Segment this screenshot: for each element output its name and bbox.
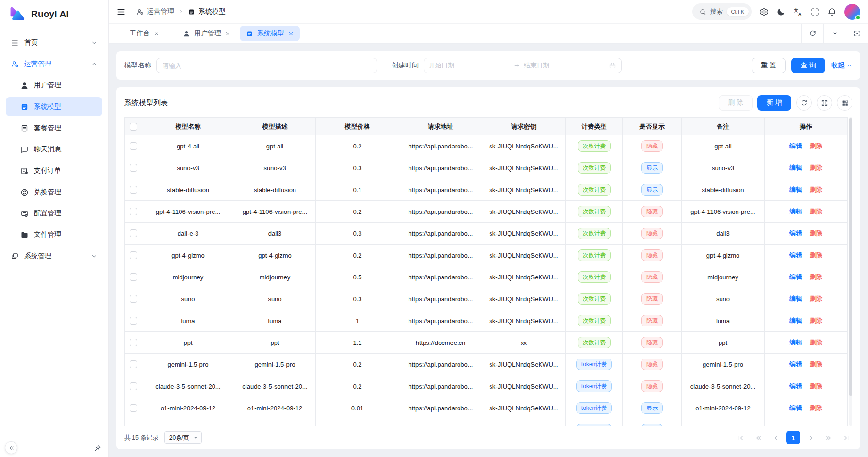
row-checkbox[interactable] [130,404,137,412]
delete-button[interactable]: 删 除 [719,95,753,111]
page-size-select[interactable]: 20条/页 [164,431,202,444]
breadcrumb-item-system-model[interactable]: 系统模型 [188,7,226,16]
edit-link[interactable]: 编辑 [789,317,802,324]
row-checkbox[interactable] [130,229,137,237]
edit-link[interactable]: 编辑 [789,229,802,237]
delete-link[interactable]: 删除 [810,360,822,368]
next-page-button[interactable] [804,431,818,444]
row-checkbox[interactable] [130,186,137,194]
pin-icon[interactable] [94,444,101,452]
calendar-icon [609,62,616,69]
add-button[interactable]: 新 增 [757,95,791,111]
last-page-button[interactable] [839,431,852,444]
sidebar-item-system-manage[interactable]: 系统管理 [6,246,102,266]
notification-bell-icon[interactable] [827,7,836,16]
next-group-button[interactable] [821,431,835,444]
content-fullscreen-button[interactable] [846,24,868,43]
tab-item-2[interactable]: 系统模型 [240,26,300,41]
request-key: sk-JIUQLNndqSeKWU... [482,288,566,310]
delete-link[interactable]: 删除 [810,186,822,193]
row-checkbox[interactable] [130,208,137,215]
fullscreen-icon[interactable] [810,7,819,16]
edit-link[interactable]: 编辑 [789,186,802,193]
edit-link[interactable]: 编辑 [789,382,802,390]
sidebar-item-pay-order[interactable]: 支付订单 [6,161,102,180]
dark-mode-moon-icon[interactable] [776,7,786,16]
brand[interactable]: Ruoyi AI [0,0,108,28]
close-icon[interactable] [154,31,159,36]
tab-options-button[interactable] [823,24,846,43]
edit-link[interactable]: 编辑 [789,360,802,368]
visibility-tag: 隐藏 [641,380,663,392]
column-settings-button[interactable] [837,95,852,111]
user-avatar[interactable] [844,4,860,20]
model-name-input[interactable] [156,58,377,73]
edit-link[interactable]: 编辑 [789,273,802,280]
settings-gear-icon[interactable] [759,7,769,16]
edit-link[interactable]: 编辑 [789,251,802,259]
edit-link[interactable]: 编辑 [789,404,802,411]
delete-link[interactable]: 删除 [810,317,822,324]
row-checkbox[interactable] [130,251,137,259]
language-translate-icon[interactable]: 文A [793,7,802,16]
row-checkbox[interactable] [130,273,137,281]
sidebar-item-user-manage[interactable]: 用户管理 [6,76,102,95]
model-price: 1 [316,310,399,332]
sidebar-item-exchange-manage[interactable]: 兑换管理 [6,182,102,202]
global-search[interactable]: 搜索 Ctrl K [692,3,752,20]
delete-link[interactable]: 删除 [810,164,822,171]
first-page-button[interactable] [734,431,748,444]
close-icon[interactable] [225,31,230,36]
sidebar-item-package-manage[interactable]: 套餐管理 [6,118,102,138]
page-number-button[interactable]: 1 [786,431,800,444]
row-checkbox[interactable] [130,295,137,303]
date-range-picker[interactable]: 开始日期 结束日期 [424,58,622,73]
delete-link[interactable]: 删除 [810,251,822,259]
sidebar-item-chat-message[interactable]: 聊天消息 [6,140,102,159]
refresh-page-button[interactable] [801,24,823,43]
refresh-table-button[interactable] [796,95,812,111]
row-checkbox[interactable] [130,382,137,390]
edit-link[interactable]: 编辑 [789,208,802,215]
refresh-icon [801,99,808,107]
delete-link[interactable]: 删除 [810,208,822,215]
table-scrollbar-thumb[interactable] [849,118,852,396]
row-checkbox[interactable] [130,142,137,150]
row-checkbox[interactable] [130,317,137,325]
delete-link[interactable]: 删除 [810,404,822,411]
delete-link[interactable]: 删除 [810,273,822,280]
edit-link[interactable]: 编辑 [789,142,802,149]
delete-link[interactable]: 删除 [810,142,822,149]
edit-link[interactable]: 编辑 [789,164,802,171]
search-button[interactable]: 查 询 [791,58,825,73]
sidebar-item-system-model[interactable]: 系统模型 [6,97,102,116]
row-checkbox[interactable] [130,164,137,172]
sidebar-item-file-manage[interactable]: 文件管理 [6,225,102,245]
delete-link[interactable]: 删除 [810,382,822,390]
sidebar-collapse-button[interactable] [5,441,17,454]
row-checkbox[interactable] [130,360,137,368]
select-all-checkbox[interactable] [130,123,137,131]
sidebar-item-operation[interactable]: 运营管理 [6,54,102,74]
sidebar-item-home[interactable]: 首页 [6,33,102,52]
tab-item-0[interactable]: 工作台 [123,26,165,41]
row-checkbox[interactable] [130,339,137,346]
edit-link[interactable]: 编辑 [789,339,802,346]
svg-text:A: A [798,12,802,16]
sidebar-item-label: 用户管理 [34,81,98,90]
prev-group-button[interactable] [752,431,765,444]
breadcrumb-item-operation[interactable]: 运营管理 [136,7,174,16]
tab-item-1[interactable]: 用户管理 [177,26,237,41]
tab-divider [171,30,171,37]
reset-button[interactable]: 重 置 [752,58,786,73]
edit-link[interactable]: 编辑 [789,295,802,302]
hamburger-menu-icon[interactable] [116,7,126,16]
collapse-filter-link[interactable]: 收起 [831,61,852,70]
close-icon[interactable] [288,31,294,36]
sidebar-item-config-manage[interactable]: 配置管理 [6,204,102,223]
expand-table-button[interactable] [817,95,832,111]
delete-link[interactable]: 删除 [810,295,822,302]
prev-page-button[interactable] [769,431,783,444]
delete-link[interactable]: 删除 [810,229,822,237]
delete-link[interactable]: 删除 [810,339,822,346]
